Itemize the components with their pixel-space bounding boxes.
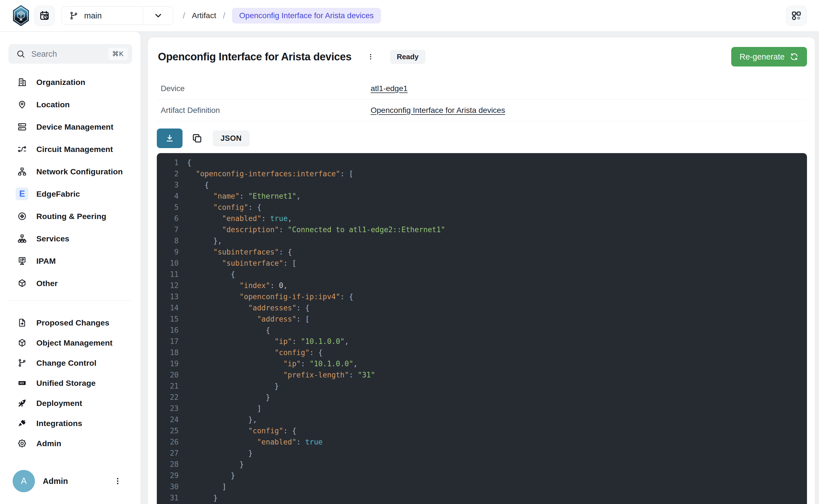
code-lines: 1{2 "openconfig-interfaces:interface": [… [157, 157, 807, 504]
sidebar-item-deployment[interactable]: Deployment [0, 393, 141, 413]
line-number: 18 [157, 347, 179, 358]
file-change-icon [16, 316, 28, 329]
ipam-icon [16, 255, 28, 267]
sidebar-item-location[interactable]: Location [0, 93, 141, 116]
title-menu-button[interactable] [364, 49, 377, 64]
sidebar-item-device-management[interactable]: Device Management [0, 116, 141, 138]
sidebar-item-label: Change Control [36, 358, 96, 368]
line-number: 4 [157, 191, 179, 202]
sidebar-item-network-configuration[interactable]: Network Configuration [0, 160, 141, 183]
map-pin-icon [16, 98, 28, 111]
sidebar-item-admin[interactable]: Admin [0, 433, 141, 453]
sidebar-item-label: Unified Storage [36, 379, 96, 388]
detail-label: Device [157, 84, 370, 93]
regenerate-label: Re-generate [740, 52, 785, 61]
sidebar-item-organization[interactable]: Organization [0, 71, 141, 93]
code-line: 4 "name": "Ethernet1", [157, 191, 807, 202]
code-line: 23 ] [157, 403, 807, 414]
divider [8, 301, 132, 301]
circuit-icon [16, 143, 28, 156]
search-input[interactable]: Search ⌘K [8, 44, 132, 64]
status-badge: Ready [390, 50, 426, 64]
sidebar-item-label: Routing & Peering [36, 212, 106, 221]
code-line: 30 ] [157, 481, 807, 492]
rocket-icon [16, 397, 28, 410]
user-menu-button[interactable] [111, 474, 124, 488]
line-number: 16 [157, 325, 179, 336]
line-number: 9 [157, 246, 179, 258]
sidebar-item-circuit-management[interactable]: Circuit Management [0, 138, 141, 160]
line-number: 13 [157, 291, 179, 302]
sidebar-item-label: Organization [36, 78, 85, 87]
sidebar-item-change-control[interactable]: Change Control [0, 353, 141, 373]
sidebar-item-ipam[interactable]: IPAM [0, 250, 141, 272]
line-number: 28 [157, 459, 179, 470]
line-number: 8 [157, 235, 179, 246]
line-number: 23 [157, 403, 179, 414]
sidebar-item-label: Other [36, 279, 58, 288]
search-placeholder: Search [31, 49, 108, 59]
sidebar-item-label: IPAM [36, 256, 56, 266]
user-name: Admin [43, 477, 104, 486]
gear-icon [16, 437, 28, 450]
code-line: 22 } [157, 392, 807, 403]
sidebar-item-label: Services [36, 234, 69, 243]
download-button[interactable] [157, 129, 182, 148]
cube-icon [16, 336, 28, 349]
format-badge: JSON [213, 130, 250, 146]
edgefabric-tile-icon: E [16, 187, 28, 200]
sidebar-item-label: Proposed Changes [36, 318, 109, 327]
code-line: 31 } [157, 492, 807, 503]
breadcrumb-item-artifact[interactable]: Artifact [192, 11, 216, 20]
sidebar-item-label: Circuit Management [36, 145, 113, 154]
copy-button[interactable] [189, 130, 205, 147]
git-branch-icon [69, 11, 79, 20]
sidebar-item-other[interactable]: Other [0, 272, 141, 294]
sidebar-item-routing-peering[interactable]: Routing & Peering [0, 205, 141, 227]
artifact-definition-link[interactable]: Openconfig Interface for Arista devices [370, 106, 505, 115]
line-number: 21 [157, 381, 179, 392]
sidebar-item-object-management[interactable]: Object Management [0, 333, 141, 353]
workflow-button[interactable] [786, 6, 807, 26]
sidebar-item-services[interactable]: Services [0, 227, 141, 250]
code-line: 20 "prefix-length": "31" [157, 369, 807, 381]
sidebar-item-proposed-changes[interactable]: Proposed Changes [0, 313, 141, 333]
code-line: 12 "index": 0, [157, 280, 807, 291]
page-title: Openconfig Interface for Arista devices [158, 51, 351, 63]
line-number: 24 [157, 414, 179, 425]
sidebar-secondary-nav: Proposed ChangesObject ManagementChange … [0, 313, 141, 453]
branch-selector[interactable]: main [61, 6, 173, 25]
line-number: 31 [157, 492, 179, 503]
search-icon [16, 49, 25, 58]
app-logo[interactable] [11, 4, 31, 27]
breadcrumb-separator: / [183, 11, 185, 20]
breadcrumb: / Artifact / Openconfig Interface for Ar… [183, 8, 381, 23]
copy-icon [191, 133, 203, 144]
code-line: 21 } [157, 381, 807, 392]
code-block: 1{2 "openconfig-interfaces:interface": [… [157, 153, 807, 504]
search-shortcut: ⌘K [108, 48, 128, 60]
avatar: A [13, 470, 35, 492]
code-line: 7 "description": "Connected to atl1-edge… [157, 224, 807, 235]
sidebar-item-unified-storage[interactable]: Unified Storage [0, 373, 141, 393]
line-number: 3 [157, 179, 179, 191]
chevron-down-icon [143, 7, 173, 25]
code-line: 9 "subinterfaces": { [157, 246, 807, 258]
line-number: 29 [157, 470, 179, 481]
line-number: 2 [157, 168, 179, 179]
plug-icon [16, 417, 28, 430]
sidebar-item-edgefabric[interactable]: EEdgeFabric [0, 183, 141, 205]
code-line: 16 { [157, 325, 807, 336]
table-row: Device atl1-edge1 [157, 78, 807, 99]
code-line: 3 { [157, 179, 807, 191]
line-number: 25 [157, 425, 179, 436]
sidebar-item-label: Device Management [36, 122, 113, 132]
code-line: 14 "addresses": { [157, 302, 807, 313]
line-number: 19 [157, 358, 179, 369]
calendar-button[interactable] [34, 6, 55, 26]
line-number: 20 [157, 369, 179, 381]
line-number: 14 [157, 302, 179, 313]
device-link[interactable]: atl1-edge1 [370, 84, 407, 93]
regenerate-button[interactable]: Re-generate [731, 47, 807, 66]
sidebar-item-integrations[interactable]: Integrations [0, 413, 141, 433]
